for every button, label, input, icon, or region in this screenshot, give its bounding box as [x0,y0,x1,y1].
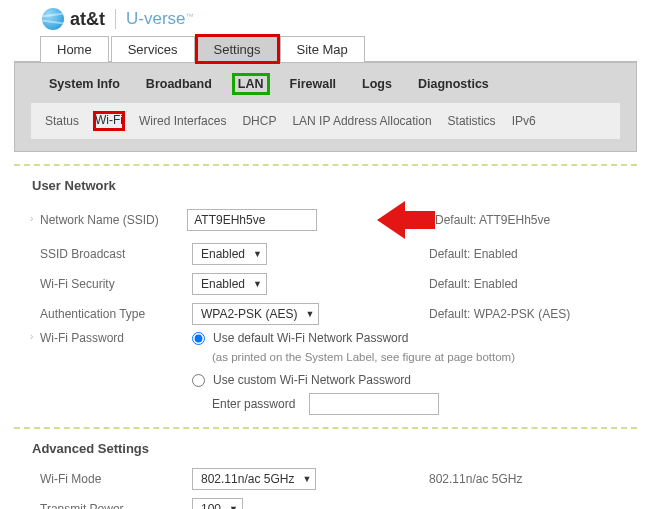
advanced-section: Advanced Settings Wi-Fi Mode 802.11n/ac … [14,441,637,509]
tab-settings[interactable]: Settings [197,36,278,62]
brand-att: at&t [70,9,105,30]
password-input[interactable] [309,393,439,415]
tert-stats[interactable]: Statistics [448,114,496,128]
chevron-down-icon: ▼ [253,249,262,259]
broadcast-select[interactable]: Enabled ▼ [192,243,267,265]
tert-lanip[interactable]: LAN IP Address Allocation [292,114,431,128]
tert-status[interactable]: Status [45,114,79,128]
password-enter-label: Enter password [212,397,295,411]
chevron-down-icon: ▼ [253,279,262,289]
tab-home[interactable]: Home [40,36,109,62]
settings-subnav: System Info Broadband LAN Firewall Logs … [14,63,637,152]
brand-uverse: U-verse™ [126,9,194,29]
security-select[interactable]: Enabled ▼ [192,273,267,295]
auth-default: Default: WPA2-PSK (AES) [429,307,619,321]
advanced-title: Advanced Settings [32,441,619,456]
ssid-input[interactable] [187,209,317,231]
mode-label: Wi-Fi Mode [32,472,192,486]
security-label: Wi-Fi Security [32,277,192,291]
subtab-firewall[interactable]: Firewall [286,75,341,93]
tert-dhcp[interactable]: DHCP [242,114,276,128]
chevron-down-icon: ▼ [229,504,238,509]
auth-select[interactable]: WPA2-PSK (AES) ▼ [192,303,319,325]
globe-icon [42,8,64,30]
power-select[interactable]: 100 ▼ [192,498,243,509]
ssid-label: Network Name (SSID) [32,213,187,227]
user-network-title: User Network [32,178,619,193]
tert-ipv6[interactable]: IPv6 [512,114,536,128]
ssid-default: Default: ATT9EHh5ve [435,213,619,227]
user-network-section: User Network Network Name (SSID) Default… [14,178,637,415]
tab-sitemap[interactable]: Site Map [280,36,365,62]
broadcast-default: Default: Enabled [429,247,619,261]
tert-wired[interactable]: Wired Interfaces [139,114,226,128]
lan-tertiary-nav: Status Wi-Fi Wired Interfaces DHCP LAN I… [31,103,620,139]
password-default-radio[interactable] [192,332,205,345]
tab-services[interactable]: Services [111,36,195,62]
highlight-arrow-icon [377,203,435,237]
section-divider [14,164,637,166]
section-divider [14,427,637,429]
chevron-down-icon: ▼ [305,309,314,319]
password-default-option: Use default Wi-Fi Network Password [213,331,408,345]
subtab-broadband[interactable]: Broadband [142,75,216,93]
brand-separator [115,9,116,29]
auth-label: Authentication Type [32,307,192,321]
subtab-logs[interactable]: Logs [358,75,396,93]
main-tab-bar: Home Services Settings Site Map [14,36,637,63]
password-custom-radio[interactable] [192,374,205,387]
password-default-note: (as printed on the System Label, see fig… [212,351,619,363]
tert-wifi[interactable]: Wi-Fi [95,113,123,129]
power-label: Transmit Power [32,502,192,509]
subtab-lan[interactable]: LAN [234,75,268,93]
brand-logo: at&t U-verse™ [14,4,637,36]
broadcast-label: SSID Broadcast [32,247,192,261]
subtab-system-info[interactable]: System Info [45,75,124,93]
chevron-down-icon: ▼ [302,474,311,484]
security-default: Default: Enabled [429,277,619,291]
mode-default: 802.11n/ac 5GHz [429,472,619,486]
password-custom-option: Use custom Wi-Fi Network Password [213,373,411,387]
subtab-diagnostics[interactable]: Diagnostics [414,75,493,93]
mode-select[interactable]: 802.11n/ac 5GHz ▼ [192,468,316,490]
password-label: Wi-Fi Password [32,331,192,345]
